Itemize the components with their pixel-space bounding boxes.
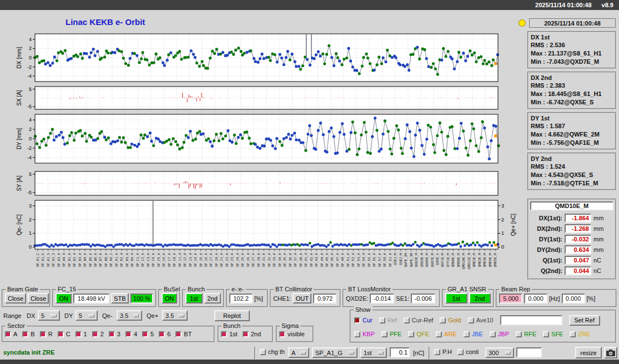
sector-3-checkbox[interactable]: 3 [109, 331, 120, 337]
svg-text:SP_11_4: SP_11_4 [178, 253, 182, 267]
svg-text:2: 2 [29, 127, 32, 132]
svg-text:QWFE_2M: QWFE_2M [404, 253, 408, 267]
svg-text:SP_C2_4: SP_C2_4 [140, 253, 145, 267]
show-jbe-checkbox[interactable]: JBE [464, 331, 483, 337]
svg-text:SP_R4_4: SP_R4_4 [130, 253, 134, 267]
show-qfe-checkbox[interactable]: QFE [408, 331, 429, 337]
stat-line: RMS : 2.383 [531, 82, 613, 90]
bunch-2nd-button[interactable]: 2nd [204, 293, 222, 304]
show-sfe-checkbox[interactable]: SFE [543, 331, 563, 337]
show-ref-checkbox[interactable]: Ref [379, 317, 397, 323]
sigma-title: Sigma [280, 322, 300, 329]
checkbox-label: A [13, 331, 17, 337]
chg-th-checkbox[interactable]: chg th [260, 348, 285, 355]
ph-label: P.H [442, 348, 452, 355]
sector-c-checkbox[interactable]: C [58, 331, 71, 337]
checkbox-label: 2 [100, 331, 104, 337]
ee-ratio-title: e-:e- [230, 286, 246, 292]
bpm-dropdown[interactable]: SP_A1_G [312, 347, 358, 358]
monitor-row-label: DY(2nd): [530, 246, 562, 253]
show-gold-checkbox[interactable]: Gold [440, 317, 461, 323]
show-title: Show [354, 306, 373, 313]
sector-4-checkbox[interactable]: 4 [125, 331, 137, 337]
qxd2e-label: QXD2E: [346, 295, 368, 302]
fc15-stb-button[interactable]: STB [111, 293, 129, 304]
replot-button[interactable]: Replot [214, 310, 250, 321]
show-rfe-checkbox[interactable]: RFE [516, 331, 536, 337]
stat-box: DX 2ndRMS : 2.383Max : 18.445@S8_61_H1Mi… [527, 72, 616, 109]
gr-snsr-1st-button[interactable]: 1st [445, 293, 467, 304]
checkbox-box-icon [92, 331, 98, 337]
interval-dropdown-value: 300 [489, 350, 499, 356]
ee-ratio-display: 102.2 [229, 294, 253, 304]
beam-gate-close2-button[interactable]: Close [28, 293, 49, 304]
fc15-on-button[interactable]: ON [56, 293, 72, 304]
show-zre-checkbox[interactable]: ZRE [570, 331, 590, 337]
bunch-sel-dropdown[interactable]: 1st [360, 347, 387, 358]
svg-text:SP_56_4: SP_56_4 [372, 253, 376, 267]
resize-button[interactable]: resize [575, 347, 602, 358]
checkbox-label: Ave10 [476, 317, 494, 323]
beam-rep-hz-unit: [Hz] [549, 295, 560, 302]
checkbox-box-icon [109, 331, 115, 337]
bunch-2nd-checkbox[interactable]: 2nd [243, 331, 261, 337]
threshold-entry[interactable] [390, 347, 410, 357]
svg-text:SP_52_4: SP_52_4 [351, 253, 355, 267]
checkbox-label: R [48, 331, 53, 337]
snapshot-button[interactable] [604, 347, 617, 358]
svg-text:0: 0 [501, 244, 504, 250]
svg-text:2: 2 [29, 46, 32, 51]
svg-text:SP_R1_4: SP_R1_4 [114, 253, 119, 267]
busel-on-button[interactable]: ON [162, 293, 177, 304]
show-cur-checkbox[interactable]: Cur [354, 317, 373, 323]
svg-text:0: 0 [29, 244, 32, 250]
checkbox-box-icon [468, 317, 474, 323]
beam-gate-close1-button[interactable]: Close [5, 293, 26, 304]
checkbox-label: 1st [229, 331, 238, 337]
sigma-visible-checkbox[interactable]: visible [279, 331, 305, 337]
sector-1-checkbox[interactable]: 1 [76, 331, 87, 337]
range-dy-dropdown[interactable]: 5 [76, 310, 98, 321]
stat-box-title: DY 1st [531, 114, 613, 122]
show-kbp-checkbox[interactable]: KBP [354, 331, 375, 337]
sector-b-checkbox[interactable]: B [22, 331, 34, 337]
sector-bt-checkbox[interactable]: BT [175, 331, 192, 337]
monitor-row: DX(2nd):-1.268mm [530, 223, 613, 234]
se1-value-display: -0.006 [411, 294, 435, 304]
show-jbp-checkbox[interactable]: JBP [490, 331, 509, 337]
svg-text:SP_B5_4: SP_B5_4 [88, 253, 93, 267]
che1-state-button[interactable]: OUT [293, 293, 311, 304]
checkbox-box-icon [142, 331, 148, 337]
checkbox-box-icon [22, 331, 28, 337]
interval-dropdown[interactable]: 300 [485, 347, 514, 358]
stat-line: Max : 4.543@QX5E_S [531, 171, 613, 179]
sector-5-checkbox[interactable]: 5 [142, 331, 154, 337]
monitor-row-unit: mm [593, 225, 603, 232]
svg-text:SP_18_4: SP_18_4 [214, 253, 219, 267]
show-pfe-checkbox[interactable]: PFE [381, 331, 401, 337]
section-dropdown[interactable]: A [288, 347, 309, 358]
aux-entry[interactable] [516, 347, 542, 357]
conti-checkbox[interactable]: conti [457, 348, 479, 355]
sector-frame: Sector ABRC123456BT [2, 326, 215, 342]
ref-entry[interactable] [500, 315, 562, 325]
svg-text:QME5E_M: QME5E_M [493, 253, 497, 267]
bunch-1st-checkbox[interactable]: 1st [221, 331, 238, 337]
range-dx-dropdown[interactable]: 5 [38, 310, 60, 321]
sector-2-checkbox[interactable]: 2 [92, 331, 104, 337]
show-cur-ref-checkbox[interactable]: Cur-Ref [404, 317, 434, 323]
show-ave10-checkbox[interactable]: Ave10 [468, 317, 494, 323]
sector-6-checkbox[interactable]: 6 [159, 331, 170, 337]
sector-a-checkbox[interactable]: A [5, 331, 17, 337]
svg-text:SP_A2_3: SP_A2_3 [51, 253, 56, 267]
set-ref-button[interactable]: Set Ref [569, 315, 600, 326]
range-qem-dropdown[interactable]: 3.5 [117, 310, 142, 321]
sector-r-checkbox[interactable]: R [40, 331, 53, 337]
range-qep-dropdown[interactable]: 3.5 [162, 310, 188, 321]
gr-snsr-2nd-button[interactable]: 2nd [469, 293, 491, 304]
svg-text:-4: -4 [27, 155, 32, 160]
bunch-1st-button[interactable]: 1st [185, 293, 203, 304]
ph-checkbox[interactable]: P.H [434, 348, 452, 355]
range-qem-label: Qe- [102, 312, 112, 319]
show-are-checkbox[interactable]: ARE [436, 331, 457, 337]
